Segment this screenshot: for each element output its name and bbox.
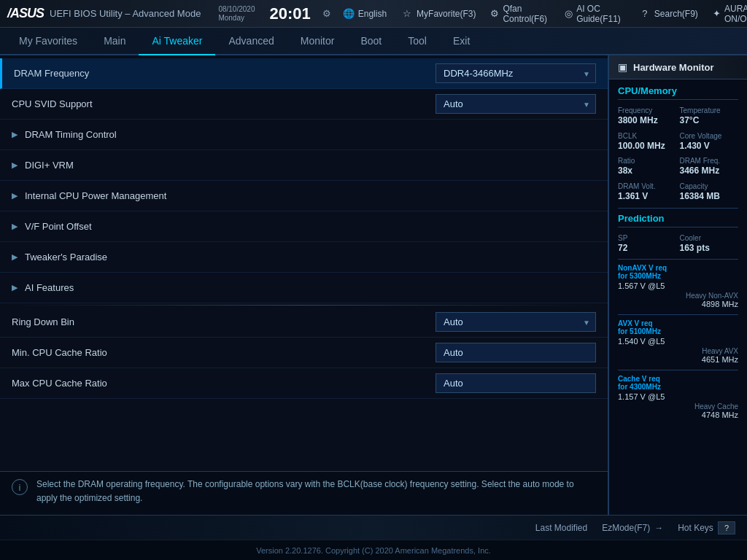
nav-item-advanced[interactable]: Advanced [215,28,287,55]
nav-item-ai-tweaker[interactable]: Ai Tweaker [139,28,215,55]
ai-features-label: AI Features [25,282,74,293]
ratio-value: 38x [618,166,677,177]
ring-down-bin-dropdown-wrapper: Auto Enabled Disabled [436,312,596,332]
last-modified-label: Last Modified [535,523,587,533]
core-voltage-label: Core Voltage [680,131,739,141]
ring-down-bin-dropdown[interactable]: Auto Enabled Disabled [436,312,596,332]
expand-arrow-ai-features: ▶ [12,283,18,292]
bclk-value: 100.00 MHz [618,141,677,152]
collapsible-vf-offset[interactable]: ▶ V/F Point Offset [0,211,608,242]
collapsible-dram-timing[interactable]: ▶ DRAM Timing Control [0,120,608,150]
dram-volt-value: 1.361 V [618,191,677,203]
avx-volt: 1.540 V @L5 [618,337,665,346]
hw-divider [618,208,738,209]
setting-row-cpu-svid[interactable]: CPU SVID Support Auto Enabled Disabled [0,89,608,120]
monitor-icon: ▣ [618,61,627,73]
dram-freq-dropdown-wrapper: DDR4-3466MHz Auto DDR4-2133MHz DDR4-2400… [436,63,596,83]
topbar-myfavorite[interactable]: ☆ MyFavorite(F3) [401,8,476,20]
core-voltage-cell: Core Voltage 1.430 V [680,131,739,152]
topbar-aioc[interactable]: ◎ AI OC Guide(F11) [565,4,624,24]
nav-item-main[interactable]: Main [90,28,139,55]
collapsible-ai-features[interactable]: ▶ AI Features [0,273,608,303]
qfan-icon: ⚙ [490,8,499,20]
nav-item-tool[interactable]: Tool [395,28,440,55]
temperature-label: Temperature [680,106,739,115]
aura-icon: ✦ [713,8,721,20]
collapsible-tweakers-paradise[interactable]: ▶ Tweaker's Paradise [0,242,608,273]
topbar-items: 🌐 English ☆ MyFavorite(F3) ⚙ Qfan Contro… [343,4,747,24]
topbar-aura[interactable]: ✦ AURA ON/OFF(F4) [713,4,747,24]
nav-item-boot[interactable]: Boot [347,28,395,55]
heavy-nonavx-cell: Heavy Non-AVX 4898 MHz [686,292,738,308]
digi-vrm-label: DIGI+ VRM [25,160,74,171]
collapsible-digi-vrm[interactable]: ▶ DIGI+ VRM [0,150,608,181]
dram-volt-label: DRAM Volt. [618,182,677,191]
setting-row-min-cache-ratio[interactable]: Min. CPU Cache Ratio [0,338,608,368]
sp-value: 72 [618,243,677,254]
dram-freq-hw-label: DRAM Freq. [680,156,739,166]
min-cache-ratio-value [436,343,596,362]
info-bar: i Select the DRAM operating frequency. T… [0,471,608,515]
prediction-divider-1 [618,259,738,260]
cache-values: 1.157 V @L5 [618,392,738,401]
nav-item-favorites[interactable]: My Favorites [6,28,90,55]
datetime-date: 08/10/2020 [218,5,255,14]
ez-mode-btn[interactable]: EzMode(F7) → [602,523,663,533]
expand-arrow-digi-vrm: ▶ [12,160,18,170]
topbar-qfan[interactable]: ⚙ Qfan Control(F6) [490,4,550,24]
version-bar: Version 2.20.1276. Copyright (C) 2020 Am… [0,540,747,560]
tweakers-paradise-label: Tweaker's Paradise [25,252,107,262]
setting-row-ring-down-bin[interactable]: Ring Down Bin Auto Enabled Disabled [0,307,608,338]
cpu-memory-title: CPU/Memory [618,85,738,100]
help-key-box: ? [718,521,735,534]
cpu-svid-dropdown[interactable]: Auto Enabled Disabled [436,94,596,114]
max-cache-ratio-input[interactable] [436,373,596,393]
language-icon: 🌐 [343,8,355,20]
search-icon: ? [639,8,651,20]
favorite-icon: ☆ [401,8,413,20]
topbar-language[interactable]: 🌐 English [343,8,387,20]
prediction-title: Prediction [618,213,738,228]
nav-item-monitor[interactable]: Monitor [287,28,348,55]
language-label: English [358,9,387,19]
dram-volt-cell: DRAM Volt. 1.361 V [618,182,677,203]
nav-bar: My Favorites Main Ai Tweaker Advanced Mo… [0,28,747,55]
expand-arrow-cpu-power: ▶ [12,191,18,201]
aioc-label: AI OC Guide(F11) [576,4,624,24]
info-text: Select the DRAM operating frequency. The… [36,478,596,505]
max-cache-ratio-value [436,373,596,393]
hot-keys-btn[interactable]: Hot Keys ? [678,521,735,534]
prediction-divider-3 [618,370,738,370]
sp-cell: SP 72 [618,233,677,254]
dram-timing-label: DRAM Timing Control [25,129,117,140]
last-modified-btn[interactable]: Last Modified [535,523,587,533]
sp-label: SP [618,233,677,243]
main-layout: DRAM Frequency DDR4-3466MHz Auto DDR4-21… [0,55,747,515]
avx-label: AVX V req for 5100MHz [618,319,738,335]
favorite-label: MyFavorite(F3) [417,9,476,19]
dram-freq-label: DRAM Frequency [14,68,436,79]
aura-label: AURA ON/OFF(F4) [724,4,747,24]
dram-freq-cell: DRAM Freq. 3466 MHz [680,156,739,177]
vf-offset-label: V/F Point Offset [25,221,92,232]
min-cache-ratio-input[interactable] [436,343,596,362]
dram-freq-dropdown[interactable]: DDR4-3466MHz Auto DDR4-2133MHz DDR4-2400… [436,63,596,83]
avx-values: 1.540 V @L5 [618,337,738,346]
topbar-search[interactable]: ? Search(F9) [639,8,698,20]
frequency-cell: Frequency 3800 MHz [618,106,677,127]
collapsible-cpu-power[interactable]: ▶ Internal CPU Power Management [0,181,608,211]
version-text: Version 2.20.1276. Copyright (C) 2020 Am… [256,546,491,555]
temperature-value: 37°C [680,115,739,127]
heavy-cache-cell: Heavy Cache 4748 MHz [694,402,738,419]
bios-title: UEFI BIOS Utility – Advanced Mode [50,8,201,19]
cache-section: Cache V req for 4300MHz 1.157 V @L5 Heav… [618,375,738,419]
cooler-value: 163 pts [680,243,739,254]
ratio-label: Ratio [618,156,677,166]
nav-item-exit[interactable]: Exit [440,28,483,55]
settings-gear-icon[interactable]: ⚙ [322,8,331,19]
bottom-bar: Last Modified EzMode(F7) → Hot Keys ? [0,515,747,540]
cpu-svid-label: CPU SVID Support [12,98,436,109]
setting-row-dram-freq[interactable]: DRAM Frequency DDR4-3466MHz Auto DDR4-21… [0,58,608,89]
setting-row-max-cache-ratio[interactable]: Max CPU Cache Ratio [0,368,608,399]
expand-arrow-dram-timing: ▶ [12,130,18,139]
